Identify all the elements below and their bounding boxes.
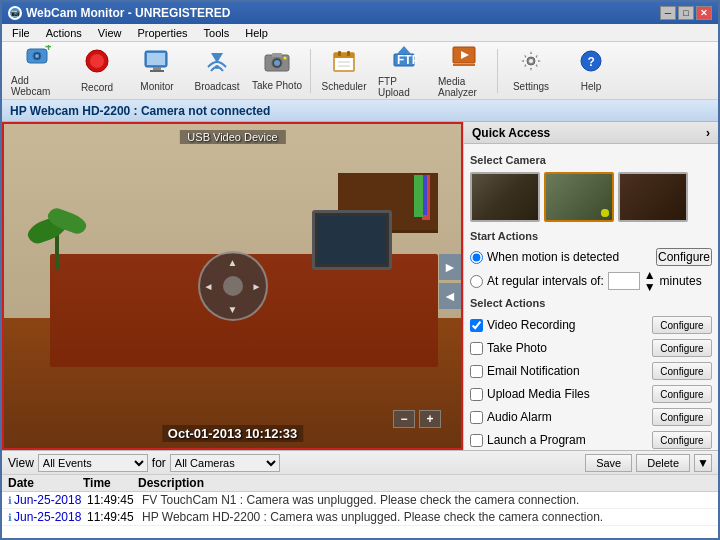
nav-right-arrow[interactable]: ► xyxy=(252,281,262,292)
action-upload: Upload Media Files Configure xyxy=(470,384,712,404)
scheduler-label: Scheduler xyxy=(321,81,366,92)
configure-launch-program-button[interactable]: Configure xyxy=(652,431,712,449)
configure-motion-button[interactable]: Configure xyxy=(656,248,712,266)
title-bar-controls[interactable]: ─ □ ✕ xyxy=(660,6,712,20)
checkbox-launch-program[interactable] xyxy=(470,434,483,447)
video-area[interactable]: USB Video Device ▲ ▼ ◄ ► ► ◄ − + xyxy=(2,122,463,450)
toolbar: + Add Webcam Record Monitor xyxy=(2,42,718,100)
action-launch-program: Launch a Program Configure xyxy=(470,430,712,450)
action-launch-program-label: Launch a Program xyxy=(487,433,586,447)
configure-video-recording-button[interactable]: Configure xyxy=(652,316,712,334)
checkbox-take-photo[interactable] xyxy=(470,342,483,355)
minimize-button[interactable]: ─ xyxy=(660,6,676,20)
menu-tools[interactable]: Tools xyxy=(198,26,236,40)
action-video-recording: Video Recording Configure xyxy=(470,315,712,335)
quick-access-expand-icon[interactable]: › xyxy=(706,126,710,140)
select-actions-label: Select Actions xyxy=(470,297,712,309)
configure-audio-alarm-button[interactable]: Configure xyxy=(652,408,712,426)
title-bar: 📷 WebCam Monitor - UNREGISTERED ─ □ ✕ xyxy=(2,2,718,24)
zoom-plus-button[interactable]: + xyxy=(419,410,441,428)
interval-unit: minutes xyxy=(660,274,702,288)
log-col-desc-header: Description xyxy=(138,476,712,490)
checkbox-upload[interactable] xyxy=(470,388,483,401)
menu-properties[interactable]: Properties xyxy=(131,26,193,40)
log-row-2[interactable]: ℹ Jun-25-2018 11:49:45 HP Webcam HD-2200… xyxy=(2,509,718,526)
action-video-recording-left: Video Recording xyxy=(470,318,576,332)
camera-thumb-1[interactable] xyxy=(470,172,540,222)
take-photo-button[interactable]: Take Photo xyxy=(248,45,306,97)
camera-thumb-3[interactable] xyxy=(618,172,688,222)
quick-access-body: Select Camera Start Actions xyxy=(464,144,718,450)
filter-events-select[interactable]: All Events xyxy=(38,454,148,472)
checkbox-audio-alarm[interactable] xyxy=(470,411,483,424)
radio-motion-row: When motion is detected Configure xyxy=(470,248,712,266)
interval-stepper[interactable]: ▲▼ xyxy=(644,269,656,293)
radio-interval[interactable] xyxy=(470,275,483,288)
log-row-1[interactable]: ℹ Jun-25-2018 11:49:45 FV TouchCam N1 : … xyxy=(2,492,718,509)
settings-button[interactable]: Settings xyxy=(502,45,560,97)
log-save-button[interactable]: Save xyxy=(585,454,632,472)
checkbox-email[interactable] xyxy=(470,365,483,378)
action-audio-alarm-label: Audio Alarm xyxy=(487,410,552,424)
room-monitor xyxy=(312,210,392,270)
svg-rect-14 xyxy=(272,53,282,57)
filter-cameras-select[interactable]: All Cameras xyxy=(170,454,280,472)
media-analyzer-button[interactable]: Media Analyzer xyxy=(435,45,493,97)
svg-point-29 xyxy=(529,59,533,63)
video-background: USB Video Device ▲ ▼ ◄ ► ► ◄ − + xyxy=(4,124,461,448)
ftp-upload-button[interactable]: FTP FTP Upload xyxy=(375,45,433,97)
menu-bar: File Actions View Properties Tools Help xyxy=(2,24,718,42)
nav-up-arrow[interactable]: ▲ xyxy=(228,257,238,268)
log-expand-button[interactable]: ▼ xyxy=(694,454,712,472)
start-actions-label: Start Actions xyxy=(470,230,712,242)
record-icon xyxy=(84,48,110,80)
maximize-button[interactable]: □ xyxy=(678,6,694,20)
broadcast-button[interactable]: Broadcast xyxy=(188,45,246,97)
svg-text:+: + xyxy=(45,45,51,54)
log-headers: Date Time Description xyxy=(2,475,718,492)
log-col-time-header: Time xyxy=(83,476,138,490)
cam-status-dot-active xyxy=(601,209,609,217)
add-webcam-button[interactable]: + Add Webcam xyxy=(8,45,66,97)
app-icon: 📷 xyxy=(8,6,22,20)
arrow-left-button[interactable]: ◄ xyxy=(439,283,461,309)
add-webcam-label: Add Webcam xyxy=(11,75,63,97)
camera-thumb-2[interactable] xyxy=(544,172,614,222)
nav-left-arrow[interactable]: ◄ xyxy=(204,281,214,292)
nav-circle[interactable]: ▲ ▼ ◄ ► xyxy=(198,251,268,321)
nav-down-arrow[interactable]: ▼ xyxy=(228,304,238,315)
radio-motion[interactable] xyxy=(470,251,483,264)
menu-help[interactable]: Help xyxy=(239,26,274,40)
action-video-recording-label: Video Recording xyxy=(487,318,576,332)
scheduler-button[interactable]: Scheduler xyxy=(315,45,373,97)
radio-motion-label: When motion is detected xyxy=(487,250,619,264)
log-row-1-info-icon: ℹ xyxy=(8,495,12,506)
action-launch-program-left: Launch a Program xyxy=(470,433,586,447)
zoom-minus-button[interactable]: − xyxy=(393,410,415,428)
close-button[interactable]: ✕ xyxy=(696,6,712,20)
monitor-button[interactable]: Monitor xyxy=(128,45,186,97)
interval-value-input[interactable]: 5 xyxy=(608,272,640,290)
svg-rect-9 xyxy=(150,70,164,72)
camera-nav-overlay[interactable]: ▲ ▼ ◄ ► xyxy=(198,251,268,321)
arrow-right-button[interactable]: ► xyxy=(439,254,461,280)
start-actions-group: When motion is detected Configure At reg… xyxy=(470,248,712,293)
record-button[interactable]: Record xyxy=(68,45,126,97)
toolbar-separator-2 xyxy=(497,49,498,93)
configure-email-button[interactable]: Configure xyxy=(652,362,712,380)
action-audio-alarm-left: Audio Alarm xyxy=(470,410,552,424)
view-label: View xyxy=(8,456,34,470)
log-delete-button[interactable]: Delete xyxy=(636,454,690,472)
svg-rect-17 xyxy=(334,53,354,58)
help-icon: ? xyxy=(579,49,603,79)
menu-view[interactable]: View xyxy=(92,26,128,40)
menu-file[interactable]: File xyxy=(6,26,36,40)
configure-upload-button[interactable]: Configure xyxy=(652,385,712,403)
help-button[interactable]: ? Help xyxy=(562,45,620,97)
menu-actions[interactable]: Actions xyxy=(40,26,88,40)
action-email: Email Notification Configure xyxy=(470,361,712,381)
cam-thumb-img-3 xyxy=(620,174,686,220)
checkbox-video-recording[interactable] xyxy=(470,319,483,332)
configure-take-photo-button[interactable]: Configure xyxy=(652,339,712,357)
action-email-label: Email Notification xyxy=(487,364,580,378)
